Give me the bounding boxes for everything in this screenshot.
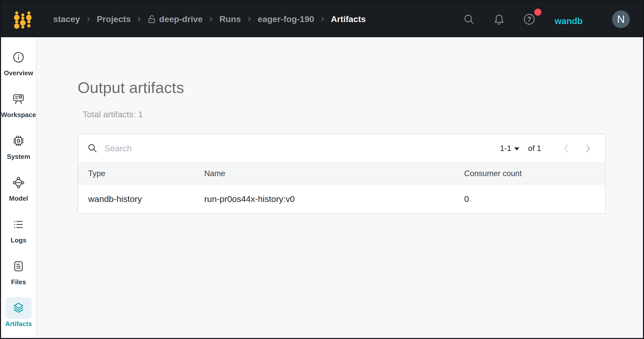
- caret-down-icon: [514, 147, 519, 150]
- artifacts-layers-icon: [5, 297, 32, 319]
- app-window: stacey › Projects › deep-drive › Runs › …: [0, 0, 644, 339]
- unlock-icon: [147, 14, 156, 24]
- total-artifacts-label: Total artifacts: 1: [83, 110, 643, 119]
- breadcrumb-project-label: deep-drive: [159, 14, 203, 24]
- sidebar-item-label: System: [7, 153, 30, 160]
- breadcrumb-projects[interactable]: Projects: [97, 14, 131, 24]
- sidebar-item-label: Files: [11, 278, 26, 286]
- breadcrumb-run-label: eager-fog-190: [258, 14, 314, 24]
- sidebar-item-label: Workspace: [1, 111, 36, 119]
- navbar-actions: ? wandb N: [445, 10, 630, 28]
- breadcrumb-project[interactable]: deep-drive: [147, 14, 203, 24]
- search-icon[interactable]: [463, 13, 475, 25]
- column-header-name: Name: [194, 163, 454, 184]
- breadcrumb-runs[interactable]: Runs: [219, 14, 241, 24]
- page-total-label: of 1: [528, 144, 541, 153]
- model-graph-icon: [5, 172, 32, 194]
- breadcrumb-projects-label: Projects: [97, 14, 131, 24]
- chevron-right-separator-icon: ›: [248, 13, 251, 24]
- page-range-dropdown[interactable]: 1-1: [500, 144, 519, 153]
- next-page-button[interactable]: [585, 144, 591, 153]
- artifact-consumer-count-cell: 0: [454, 184, 605, 214]
- table-header-row: Type Name Consumer count: [78, 163, 605, 184]
- svg-text:?: ?: [527, 15, 532, 23]
- breadcrumb: stacey › Projects › deep-drive › Runs › …: [53, 14, 366, 24]
- files-document-icon: [5, 255, 32, 277]
- top-navbar: stacey › Projects › deep-drive › Runs › …: [1, 1, 643, 37]
- column-header-consumer-count: Consumer count: [454, 163, 605, 184]
- artifact-type-cell: wandb-history: [78, 184, 194, 214]
- run-sidebar: Overview Workspace: [1, 37, 36, 338]
- chevron-right-separator-icon: ›: [321, 13, 324, 24]
- table-row[interactable]: wandb-history run-pr0os44x-history:v0 0: [78, 184, 605, 214]
- chevron-right-separator-icon: ›: [209, 13, 213, 24]
- wandb-home-link[interactable]: wandb: [555, 16, 583, 26]
- search-icon: [88, 143, 98, 154]
- sidebar-item-label: Logs: [11, 236, 26, 244]
- artifact-name-cell[interactable]: run-pr0os44x-history:v0: [194, 184, 454, 214]
- info-icon: [5, 46, 32, 68]
- breadcrumb-runs-label: Runs: [219, 14, 241, 24]
- workspace-board-icon: [5, 88, 32, 110]
- sidebar-item-overview[interactable]: Overview: [4, 46, 33, 77]
- sidebar-item-workspace[interactable]: Workspace: [1, 88, 36, 119]
- sidebar-item-artifacts[interactable]: Artifacts: [5, 297, 32, 328]
- sidebar-item-files[interactable]: Files: [5, 255, 32, 286]
- cpu-icon: [5, 130, 32, 152]
- notifications-bell-icon[interactable]: [493, 13, 505, 25]
- previous-page-button[interactable]: [563, 144, 570, 153]
- chevron-right-separator-icon: ›: [137, 13, 141, 24]
- logs-list-icon: [5, 214, 32, 235]
- wandb-logo-icon[interactable]: [14, 10, 31, 29]
- artifacts-table: Type Name Consumer count wandb-history r…: [78, 163, 605, 214]
- pagination: 1-1 of 1: [500, 144, 591, 153]
- page-range-label: 1-1: [500, 144, 511, 153]
- sidebar-item-model[interactable]: Model: [5, 172, 32, 202]
- breadcrumb-entity[interactable]: stacey: [53, 14, 80, 24]
- breadcrumb-artifacts-label: Artifacts: [331, 14, 366, 24]
- breadcrumb-artifacts-current[interactable]: Artifacts: [331, 14, 366, 24]
- breadcrumb-entity-label: stacey: [53, 14, 80, 24]
- breadcrumb-run[interactable]: eager-fog-190: [258, 14, 314, 24]
- sidebar-item-label: Overview: [4, 69, 33, 77]
- notification-dot: [534, 9, 541, 16]
- artifacts-table-card: 1-1 of 1: [78, 134, 605, 214]
- table-toolbar: 1-1 of 1: [78, 134, 605, 163]
- main-content: Output artifacts Total artifacts: 1 1-1: [36, 37, 643, 338]
- search-input[interactable]: [104, 143, 500, 153]
- column-header-type: Type: [78, 163, 194, 184]
- user-avatar[interactable]: N: [612, 10, 630, 28]
- sidebar-item-label: Artifacts: [5, 320, 32, 328]
- page-title: Output artifacts: [78, 80, 643, 96]
- help-icon[interactable]: ?: [523, 13, 535, 25]
- chevron-right-separator-icon: ›: [87, 13, 90, 24]
- sidebar-item-logs[interactable]: Logs: [5, 214, 32, 244]
- avatar-initial: N: [617, 13, 625, 25]
- sidebar-item-label: Model: [9, 195, 28, 202]
- sidebar-item-system[interactable]: System: [5, 130, 32, 160]
